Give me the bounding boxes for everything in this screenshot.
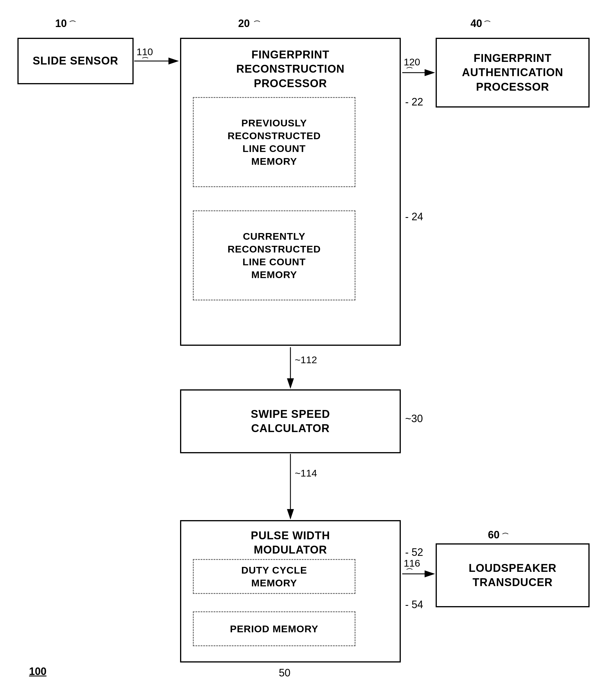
- pulse-width-label: PULSE WIDTHMODULATOR: [181, 529, 399, 557]
- swipe-speed-label: SWIPE SPEEDCALCULATOR: [251, 407, 330, 436]
- ref-22: - 22: [405, 96, 423, 108]
- period-memory-box: PERIOD MEMORY: [193, 611, 355, 646]
- svg-text:120: 120: [404, 56, 420, 67]
- duty-cycle-box: DUTY CYCLEMEMORY: [193, 559, 355, 594]
- ref-24: - 24: [405, 211, 423, 223]
- ref-30: ~30: [405, 413, 423, 425]
- slide-sensor-box: SLIDE SENSOR: [17, 38, 134, 84]
- ref-10: 10: [55, 17, 67, 29]
- prev-reconstructed-box: PREVIOUSLYRECONSTRUCTEDLINE COUNTMEMORY: [193, 97, 355, 187]
- ref-52: - 52: [405, 546, 423, 558]
- pulse-width-box: PULSE WIDTHMODULATOR DUTY CYCLEMEMORY PE…: [180, 520, 401, 662]
- fingerprint-authentication-label: FINGERPRINTAUTHENTICATIONPROCESSOR: [462, 51, 563, 94]
- swipe-speed-box: SWIPE SPEEDCALCULATOR: [180, 389, 401, 453]
- curr-reconstructed-box: CURRENTLYRECONSTRUCTEDLINE COUNTMEMORY: [193, 210, 355, 300]
- fingerprint-reconstruction-box: FINGERPRINTRECONSTRUCTIONPROCESSOR PREVI…: [180, 38, 401, 346]
- ref-100: 100: [29, 666, 46, 678]
- slide-sensor-label: SLIDE SENSOR: [33, 54, 119, 68]
- loudspeaker-box: LOUDSPEAKERTRANSDUCER: [436, 543, 590, 607]
- curr-reconstructed-label: CURRENTLYRECONSTRUCTEDLINE COUNTMEMORY: [228, 230, 321, 281]
- ref-50: 50: [279, 667, 290, 679]
- svg-text:~112: ~112: [295, 354, 317, 365]
- ref-40: 40: [471, 17, 482, 29]
- ref-20: 20: [238, 17, 250, 29]
- diagram-container: 10 20 40 SLIDE SENSOR FINGERPRINTRECONST…: [0, 0, 616, 693]
- svg-text:116: 116: [404, 558, 420, 569]
- fingerprint-authentication-box: FINGERPRINTAUTHENTICATIONPROCESSOR: [436, 38, 590, 107]
- ref-54: - 54: [405, 598, 423, 611]
- ref-60: 60: [488, 529, 499, 541]
- svg-text:110: 110: [137, 46, 153, 57]
- svg-text:~114: ~114: [295, 468, 317, 479]
- fingerprint-reconstruction-label: FINGERPRINTRECONSTRUCTIONPROCESSOR: [181, 48, 399, 91]
- loudspeaker-label: LOUDSPEAKERTRANSDUCER: [469, 561, 556, 590]
- period-memory-label: PERIOD MEMORY: [230, 622, 319, 635]
- duty-cycle-label: DUTY CYCLEMEMORY: [241, 564, 307, 589]
- prev-reconstructed-label: PREVIOUSLYRECONSTRUCTEDLINE COUNTMEMORY: [228, 117, 321, 168]
